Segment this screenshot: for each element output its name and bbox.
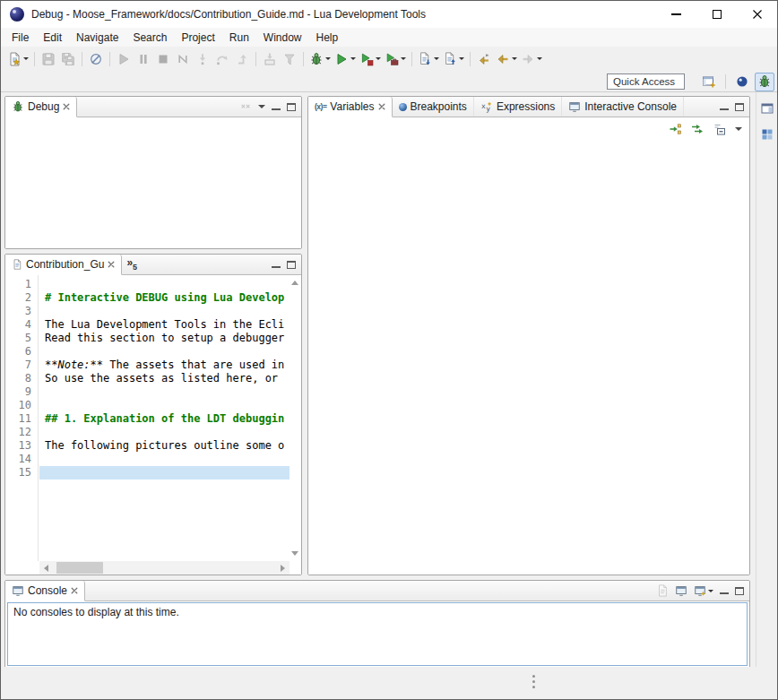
tab-variables[interactable]: (x)= Variables	[308, 97, 393, 117]
menu-item-run[interactable]: Run	[222, 30, 256, 46]
save-button[interactable]	[39, 49, 58, 69]
tab-interactive-console[interactable]: Interactive Console	[562, 97, 684, 117]
open-perspective-button[interactable]	[699, 73, 719, 91]
show-columns-icon[interactable]	[690, 122, 705, 136]
horizontal-scrollbar[interactable]	[39, 561, 290, 575]
step-return-button[interactable]	[232, 49, 252, 69]
line-number: 1	[5, 278, 38, 291]
resume-button[interactable]	[114, 49, 134, 69]
debug-button[interactable]	[307, 49, 333, 69]
tab-breakpoints[interactable]: Breakpoints	[393, 97, 474, 117]
secondary-toolbar: Quick Access	[1, 71, 777, 92]
menu-item-window[interactable]: Window	[256, 30, 309, 46]
display-selected-console-icon[interactable]	[675, 584, 687, 597]
maximize-view-button[interactable]	[735, 103, 744, 111]
window-maximize-button[interactable]	[696, 1, 737, 28]
scroll-right-arrow[interactable]	[276, 561, 290, 575]
menu-item-help[interactable]: Help	[309, 30, 346, 46]
code-line[interactable]	[45, 385, 290, 399]
code-line[interactable]: Read this section to setup a debugger	[45, 332, 290, 345]
menu-item-edit[interactable]: Edit	[36, 30, 69, 46]
view-menu-icon[interactable]	[258, 105, 265, 108]
minimize-view-button[interactable]	[272, 102, 281, 111]
remove-all-terminated-icon[interactable]	[239, 100, 252, 113]
use-step-filters-button[interactable]	[280, 49, 299, 69]
code-line[interactable]: So use the assets as listed here, or	[45, 372, 290, 385]
open-console-page-icon[interactable]	[656, 584, 669, 597]
tab-label: Interactive Console	[584, 100, 677, 113]
minimized-view-button[interactable]	[758, 125, 776, 143]
new-wizard-button[interactable]	[5, 49, 30, 69]
minimize-view-button[interactable]	[720, 586, 729, 595]
scrollbar-thumb[interactable]	[56, 562, 103, 574]
close-icon[interactable]	[378, 103, 385, 110]
code-line[interactable]: The Lua Development Tools in the Ecli	[45, 318, 290, 332]
trim-drag-handle[interactable]	[532, 675, 535, 691]
lua-perspective-button[interactable]	[732, 73, 752, 91]
code-line[interactable]: **Note:** The assets that are used in	[45, 359, 290, 372]
scrollbar-track[interactable]	[53, 561, 276, 575]
step-over-button[interactable]	[212, 49, 232, 69]
code-line[interactable]	[45, 345, 290, 359]
code-line[interactable]	[45, 426, 290, 439]
line-number: 5	[5, 332, 38, 345]
minimize-view-button[interactable]	[720, 102, 729, 111]
tab-contribution-guide[interactable]: Contribution_Gu	[5, 255, 122, 275]
view-menu-icon[interactable]	[735, 127, 742, 131]
window-close-button[interactable]	[737, 1, 777, 28]
show-logical-structure-icon[interactable]	[668, 122, 682, 136]
open-console-button[interactable]	[694, 584, 713, 597]
minimize-view-button[interactable]	[272, 260, 281, 269]
menu-item-project[interactable]: Project	[174, 30, 221, 46]
code-line[interactable]: # Interactive DEBUG using Lua Develop	[45, 291, 290, 305]
menu-item-search[interactable]: Search	[125, 30, 174, 46]
restore-minimized-view-button[interactable]	[758, 99, 776, 117]
terminate-button[interactable]	[153, 49, 173, 69]
forward-button[interactable]	[519, 49, 544, 69]
quick-access-input[interactable]: Quick Access	[607, 73, 685, 90]
pause-icon	[136, 52, 151, 66]
code-line[interactable]: The following pictures outline some o	[45, 439, 290, 453]
editor-text[interactable]: # Interactive DEBUG using Lua DevelopThe…	[39, 275, 290, 561]
save-all-button[interactable]	[58, 49, 78, 69]
code-line[interactable]	[45, 453, 290, 466]
scroll-down-arrow[interactable]	[291, 551, 298, 556]
scroll-up-arrow[interactable]	[291, 281, 298, 285]
debug-perspective-button[interactable]	[755, 73, 774, 91]
close-icon[interactable]	[71, 587, 78, 594]
scroll-left-arrow[interactable]	[39, 561, 53, 575]
menu-item-file[interactable]: File	[4, 30, 36, 46]
window-minimize-button[interactable]	[656, 1, 696, 28]
coverage-button[interactable]	[358, 49, 383, 69]
code-segment: The assets that are used in	[103, 359, 284, 371]
pause-button[interactable]	[134, 49, 153, 69]
run-button[interactable]	[333, 49, 358, 69]
next-annotation-button[interactable]	[416, 49, 441, 69]
close-icon[interactable]	[108, 261, 115, 268]
previous-annotation-button[interactable]	[441, 49, 466, 69]
tab-debug[interactable]: Debug	[5, 97, 77, 117]
open-console-icon	[694, 584, 706, 597]
editor-tab-overflow[interactable]: » 5	[122, 255, 142, 274]
code-line[interactable]	[45, 278, 290, 291]
close-icon[interactable]	[63, 103, 70, 110]
collapse-all-icon[interactable]	[713, 122, 727, 136]
menu-item-navigate[interactable]: Navigate	[69, 30, 125, 46]
tab-console[interactable]: Console	[5, 581, 85, 601]
drop-to-frame-button[interactable]	[260, 49, 280, 69]
step-into-button[interactable]	[193, 49, 212, 69]
maximize-view-button[interactable]	[287, 103, 296, 111]
maximize-view-button[interactable]	[287, 261, 296, 269]
step-filters-icon	[282, 52, 297, 66]
skip-all-breakpoints-button[interactable]	[86, 49, 106, 69]
code-line[interactable]	[39, 466, 290, 480]
code-line[interactable]: ## 1. Explanation of the LDT debuggin	[45, 412, 290, 426]
disconnect-button[interactable]	[173, 49, 193, 69]
code-line[interactable]	[45, 399, 290, 412]
back-button[interactable]	[494, 49, 519, 69]
external-tools-button[interactable]	[383, 49, 408, 69]
maximize-view-button[interactable]	[735, 587, 744, 595]
last-edit-location-button[interactable]	[474, 49, 494, 69]
code-line[interactable]	[45, 305, 290, 318]
tab-expressions[interactable]: xy Expressions	[474, 97, 562, 117]
